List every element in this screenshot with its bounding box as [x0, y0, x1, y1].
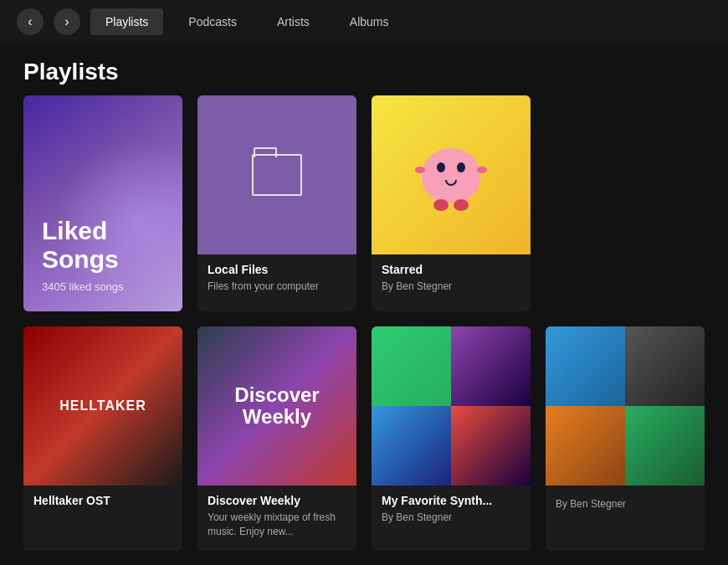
helltaker-label: HELLTAKER — [59, 398, 146, 413]
ben-stegner-card[interactable]: By Ben Stegner — [546, 326, 705, 551]
local-files-title: Local Files — [208, 263, 346, 276]
discover-weekly-content: Discover Weekly — [210, 384, 344, 429]
kirby-left-cheek — [415, 167, 425, 173]
forward-button[interactable]: › — [54, 8, 80, 35]
helltaker-image: HELLTAKER — [23, 326, 182, 485]
discover-weekly-image: Discover Weekly — [197, 326, 356, 485]
kirby-right-eye — [457, 162, 465, 172]
helltaker-info: Helltaker OST — [23, 485, 182, 519]
my-fav-synth-card[interactable]: My Favorite Synth... By Ben Stegner — [372, 326, 531, 551]
helltaker-title: Helltaker OST — [33, 494, 172, 507]
ben-quadrant-1 — [546, 326, 625, 406]
forward-icon: › — [64, 14, 69, 29]
starred-info: Starred By Ben Stegner — [372, 254, 531, 306]
back-button[interactable]: ‹ — [17, 8, 44, 35]
discover-weekly-subtitle: Your weekly mixtape of fresh music. Enjo… — [208, 511, 346, 539]
discover-weekly-info: Discover Weekly Your weekly mixtape of f… — [197, 485, 356, 551]
my-fav-synth-info: My Favorite Synth... By Ben Stegner — [372, 485, 531, 537]
my-fav-synth-subtitle: By Ben Stegner — [382, 511, 520, 525]
page-title: Playlists — [0, 44, 728, 95]
ben-quadrant-2 — [625, 326, 705, 406]
local-files-card[interactable]: Local Files Files from your computer — [197, 95, 356, 311]
ben-quadrant-3 — [546, 406, 625, 485]
tab-podcasts[interactable]: Podcasts — [173, 8, 252, 35]
discover-weekly-img-label: Discover Weekly — [210, 384, 344, 429]
starred-image — [372, 95, 531, 254]
starred-card[interactable]: Starred By Ben Stegner — [372, 95, 531, 311]
synth-quadrant-1 — [372, 326, 451, 406]
tab-playlists[interactable]: Playlists — [90, 8, 163, 35]
local-files-subtitle: Files from your computer — [208, 280, 346, 294]
back-icon: ‹ — [28, 14, 32, 29]
ben-stegner-subtitle: By Ben Stegner — [556, 497, 695, 511]
ben-stegner-info: By Ben Stegner — [546, 485, 705, 523]
tab-albums[interactable]: Albums — [335, 8, 404, 35]
local-files-info: Local Files Files from your computer — [197, 254, 356, 306]
my-fav-synth-image — [372, 326, 531, 485]
ben-quadrant-4 — [625, 406, 705, 485]
starred-title: Starred — [382, 263, 520, 276]
nav-bar: ‹ › Playlists Podcasts Artists Albums — [0, 0, 728, 44]
discover-weekly-title: Discover Weekly — [208, 494, 346, 507]
kirby-mouth — [445, 180, 457, 186]
kirby-right-foot — [454, 199, 469, 211]
synth-quadrant-3 — [372, 406, 451, 485]
my-fav-synth-title: My Favorite Synth... — [382, 494, 520, 507]
starred-subtitle: By Ben Stegner — [382, 280, 520, 294]
synth-quadrant-2 — [451, 326, 531, 406]
folder-icon — [252, 154, 302, 196]
ben-stegner-image — [546, 326, 705, 485]
local-files-image — [197, 95, 356, 254]
kirby-left-eye — [437, 162, 445, 172]
kirby-feet — [433, 199, 469, 211]
synth-quadrant-4 — [451, 406, 531, 485]
helltaker-card[interactable]: HELLTAKER Helltaker OST — [23, 326, 182, 551]
kirby-character — [422, 148, 480, 203]
liked-songs-card[interactable]: Liked Songs 3405 liked songs — [23, 95, 182, 311]
tab-artists[interactable]: Artists — [262, 8, 325, 35]
kirby-left-foot — [433, 199, 449, 211]
liked-songs-subtitle: 3405 liked songs — [42, 280, 164, 293]
kirby-face — [433, 161, 469, 186]
discover-weekly-card[interactable]: Discover Weekly Discover Weekly Your wee… — [197, 326, 356, 551]
liked-songs-title: Liked Songs — [42, 217, 164, 274]
kirby-right-cheek — [477, 167, 487, 173]
